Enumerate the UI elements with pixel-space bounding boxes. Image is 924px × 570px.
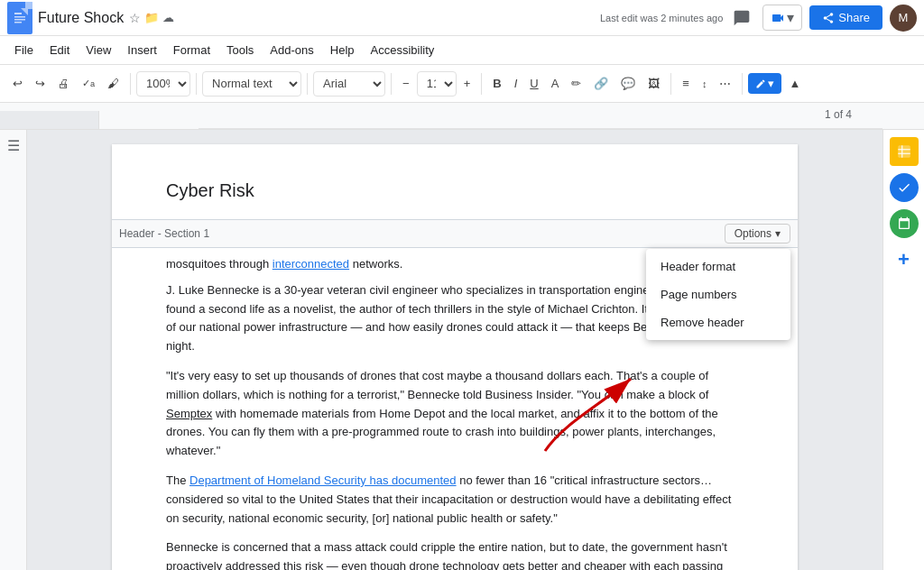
header-section-bar: Header - Section 1 Options ▾ Header form…	[112, 219, 798, 248]
highlight-button[interactable]: ✏	[566, 73, 587, 94]
svg-rect-1	[14, 13, 22, 14]
spellcheck-button[interactable]: ✓a	[77, 74, 100, 93]
menu-tools[interactable]: Tools	[219, 40, 261, 60]
ruler	[199, 111, 882, 129]
pencil-chevron-icon: ▾	[768, 77, 774, 90]
menu-accessibility[interactable]: Accessibility	[364, 40, 442, 60]
sidebar-right: +	[882, 130, 924, 570]
sidebar-left: ☰	[0, 130, 27, 570]
options-chevron-icon: ▾	[775, 227, 781, 240]
document-area: Cyber Risk Header - Section 1 Options ▾ …	[27, 130, 882, 570]
menu-file[interactable]: File	[7, 40, 41, 60]
dropdown-page-numbers[interactable]: Page numbers	[646, 280, 790, 308]
meeting-button[interactable]: ▾	[762, 5, 802, 31]
svg-rect-4	[14, 22, 22, 23]
share-button[interactable]: Share	[809, 5, 882, 30]
svg-rect-3	[14, 19, 25, 21]
toolbar-separator-5	[481, 73, 482, 95]
collapse-toolbar-button[interactable]: ▲	[783, 73, 806, 94]
star-icon[interactable]: ☆	[129, 11, 141, 25]
underline-button[interactable]: U	[524, 73, 543, 94]
folder-icon[interactable]: 📁	[144, 11, 159, 24]
chevron-down-icon: ▾	[787, 9, 794, 26]
toolbar-separator-6	[670, 73, 671, 95]
options-container: Options ▾ Header format Page numbers Rem…	[725, 224, 790, 244]
last-edit-text: Last edit was 2 minutes ago	[600, 13, 723, 23]
dropdown-header-format[interactable]: Header format	[646, 253, 790, 280]
menu-format[interactable]: Format	[166, 40, 217, 60]
cloud-icon[interactable]: ☁	[162, 11, 174, 24]
italic-button[interactable]: I	[509, 73, 523, 94]
share-label: Share	[838, 11, 870, 24]
user-avatar[interactable]: M	[890, 5, 917, 32]
menu-edit[interactable]: Edit	[42, 40, 77, 60]
image-button[interactable]: 🖼	[642, 73, 665, 94]
text-color-button[interactable]: A	[546, 73, 565, 94]
menu-insert[interactable]: Insert	[120, 40, 164, 60]
calendar-icon[interactable]	[890, 209, 919, 238]
sheets-icon[interactable]	[890, 137, 919, 166]
print-button[interactable]: 🖨	[52, 73, 75, 94]
semptex-text: Semptex	[166, 407, 212, 420]
menu-view[interactable]: View	[79, 40, 118, 60]
page-indicator: 1 of 4	[825, 108, 852, 121]
toolbar-separator-1	[130, 73, 131, 95]
text-style-select[interactable]: Normal text Heading 1 Heading 2 Title	[202, 71, 301, 97]
paint-format-button[interactable]: 🖌	[102, 73, 125, 94]
toolbar-separator-7	[742, 73, 743, 95]
header-cut-text: mosquitoes through	[166, 257, 273, 271]
bold-button[interactable]: B	[487, 73, 506, 94]
svg-rect-2	[14, 16, 25, 18]
toolbar-separator-4	[391, 73, 392, 95]
document-title-text: Cyber Risk	[166, 180, 744, 201]
ruler-area: 1 of 4	[0, 103, 924, 130]
menu-help[interactable]: Help	[323, 40, 362, 60]
increase-font-button[interactable]: +	[458, 73, 476, 94]
add-apps-button[interactable]: +	[890, 245, 919, 274]
zoom-select[interactable]: 100% 75% 150%	[136, 71, 190, 97]
options-dropdown: Header format Page numbers Remove header	[646, 249, 790, 340]
dropdown-remove-header[interactable]: Remove header	[646, 308, 790, 336]
tasks-icon[interactable]	[890, 173, 919, 202]
document-page: Cyber Risk Header - Section 1 Options ▾ …	[112, 144, 798, 570]
more-options-button[interactable]: ⋯	[714, 73, 736, 94]
font-size-select[interactable]: 11 10 12 14	[417, 71, 457, 97]
decrease-font-button[interactable]: −	[397, 73, 415, 94]
link-button[interactable]: 🔗	[588, 73, 614, 94]
outline-icon[interactable]: ☰	[7, 137, 20, 154]
svg-rect-8	[898, 145, 910, 158]
menu-addons[interactable]: Add-ons	[263, 40, 320, 60]
options-label: Options	[735, 227, 772, 240]
interconnected-link[interactable]: interconnected	[273, 257, 349, 271]
redo-button[interactable]: ↪	[30, 73, 51, 94]
dhs-link[interactable]: Department of Homeland Security has docu…	[189, 473, 457, 487]
header-section-label: Header - Section 1	[119, 227, 209, 240]
font-select[interactable]: Arial Times New Roman Verdana	[313, 71, 385, 97]
document-title[interactable]: Future Shock	[38, 10, 124, 26]
paragraph-3: The Department of Homeland Security has …	[166, 472, 744, 528]
edit-mode-button[interactable]: ▾	[748, 73, 781, 94]
paragraph-4: Bennecke is concerned that a mass attack…	[166, 538, 744, 570]
options-button[interactable]: Options ▾	[725, 224, 790, 244]
app-logo	[7, 2, 32, 34]
comment-button[interactable]: 💬	[615, 73, 641, 94]
align-button[interactable]: ≡	[677, 73, 695, 94]
comments-button[interactable]	[728, 5, 755, 32]
paragraph-2: "It's very easy to set up thousands of d…	[166, 367, 744, 461]
line-spacing-button[interactable]: ↕	[697, 75, 713, 93]
toolbar-separator-2	[196, 73, 197, 95]
undo-button[interactable]: ↩	[7, 73, 28, 94]
toolbar-separator-3	[307, 73, 308, 95]
document-title-area: Future Shock ☆ 📁 ☁	[38, 10, 587, 26]
